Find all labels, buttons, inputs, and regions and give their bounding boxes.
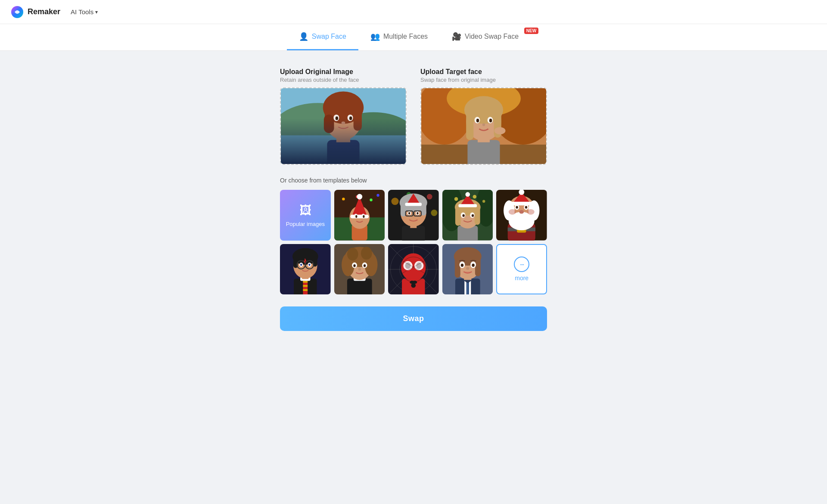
svg-point-8 xyxy=(323,91,364,124)
upload-original-sublabel: Retain areas outside of the face xyxy=(280,77,407,83)
popular-images-tile[interactable]: 🖼 Popular images xyxy=(280,190,331,241)
upload-target-sublabel: Swap face from original image xyxy=(420,77,547,83)
template-item-1[interactable] xyxy=(334,190,385,241)
svg-point-100 xyxy=(509,209,516,215)
svg-point-30 xyxy=(476,119,479,123)
svg-point-165 xyxy=(416,262,422,269)
svg-point-118 xyxy=(295,250,303,259)
upload-target-label: Upload Target face xyxy=(420,68,547,76)
svg-point-137 xyxy=(361,247,372,260)
templates-grid-row1: 🖼 Popular images xyxy=(280,190,547,241)
svg-rect-6 xyxy=(336,128,350,142)
templates-grid-row2: ··· more xyxy=(280,244,547,295)
target-image-preview xyxy=(421,88,546,164)
video-icon: 🎥 xyxy=(452,32,461,41)
svg-rect-174 xyxy=(455,257,460,278)
svg-rect-175 xyxy=(475,257,481,276)
svg-point-15 xyxy=(349,116,352,120)
svg-rect-11 xyxy=(324,114,334,133)
svg-point-48 xyxy=(363,215,364,218)
svg-point-36 xyxy=(342,198,345,200)
original-image-preview xyxy=(281,88,406,164)
svg-rect-109 xyxy=(303,281,308,282)
svg-point-180 xyxy=(466,267,469,269)
template-item-6[interactable] xyxy=(334,244,385,295)
svg-rect-22 xyxy=(467,140,500,164)
svg-rect-26 xyxy=(466,110,473,140)
more-templates-tile[interactable]: ··· more xyxy=(496,244,547,295)
svg-point-44 xyxy=(357,194,362,200)
svg-point-39 xyxy=(376,194,379,197)
svg-point-102 xyxy=(519,210,524,214)
template-item-2[interactable] xyxy=(388,190,439,241)
content-wrapper: Upload Original Image Retain areas outsi… xyxy=(280,68,547,331)
tab-swap-face[interactable]: 👤 Swap Face xyxy=(287,24,358,50)
svg-point-66 xyxy=(417,212,418,214)
header: Remaker AI Tools ▾ xyxy=(0,0,827,24)
svg-point-53 xyxy=(431,210,438,216)
svg-point-136 xyxy=(347,247,358,260)
svg-rect-111 xyxy=(303,289,308,291)
svg-point-101 xyxy=(527,209,535,215)
popular-images-icon: 🖼 xyxy=(299,203,311,217)
tab-multiple-faces[interactable]: 👥 Multiple Faces xyxy=(358,24,440,50)
svg-point-85 xyxy=(462,214,464,217)
template-item-7[interactable] xyxy=(388,244,439,295)
template-item-5[interactable] xyxy=(280,244,331,295)
svg-point-179 xyxy=(472,263,474,266)
svg-rect-104 xyxy=(511,202,532,206)
svg-point-38 xyxy=(370,198,372,201)
svg-point-32 xyxy=(482,124,485,126)
template-item-8[interactable] xyxy=(442,244,493,295)
swap-button[interactable]: Swap xyxy=(280,306,547,331)
tab-video-swap-face-label: Video Swap Face xyxy=(465,33,519,40)
tab-multiple-faces-label: Multiple Faces xyxy=(383,33,428,40)
svg-rect-5 xyxy=(327,140,359,164)
ai-tools-button[interactable]: AI Tools ▾ xyxy=(67,6,101,17)
upload-original-area[interactable] xyxy=(280,87,407,165)
popular-images-label: Popular images xyxy=(286,221,325,227)
template-item-3[interactable] xyxy=(442,190,493,241)
person-icon: 👤 xyxy=(299,32,308,41)
svg-rect-78 xyxy=(455,207,461,226)
svg-line-123 xyxy=(297,264,298,265)
more-label: more xyxy=(515,275,529,281)
svg-point-98 xyxy=(516,206,518,208)
svg-point-3 xyxy=(332,112,406,158)
svg-point-73 xyxy=(473,195,476,199)
multi-person-icon: 👥 xyxy=(370,32,380,41)
svg-point-126 xyxy=(300,263,302,266)
svg-point-16 xyxy=(342,121,345,124)
svg-point-127 xyxy=(308,263,310,266)
upload-row: Upload Original Image Retain areas outsi… xyxy=(280,68,547,165)
svg-point-82 xyxy=(465,192,470,197)
svg-rect-110 xyxy=(303,285,308,287)
svg-point-14 xyxy=(336,116,338,120)
svg-rect-10 xyxy=(354,108,362,131)
upload-original-label: Upload Original Image xyxy=(280,68,407,76)
svg-point-140 xyxy=(353,264,355,267)
main-content: Upload Original Image Retain areas outsi… xyxy=(0,51,827,348)
chevron-down-icon: ▾ xyxy=(95,9,98,15)
upload-target-area[interactable] xyxy=(420,87,547,165)
svg-point-164 xyxy=(405,262,411,269)
logo-area: Remaker xyxy=(10,5,60,19)
upload-original-column: Upload Original Image Retain areas outsi… xyxy=(280,68,407,165)
tabs-nav: 👤 Swap Face 👥 Multiple Faces 🎥 Video Swa… xyxy=(0,24,827,51)
svg-point-65 xyxy=(408,212,410,214)
logo-text: Remaker xyxy=(28,7,60,16)
svg-point-119 xyxy=(308,250,314,258)
ai-tools-label: AI Tools xyxy=(71,8,93,15)
svg-rect-81 xyxy=(458,204,477,207)
template-item-4[interactable] xyxy=(496,190,547,241)
svg-point-33 xyxy=(494,127,506,134)
svg-point-178 xyxy=(461,263,463,266)
logo-icon xyxy=(10,5,24,19)
svg-point-141 xyxy=(363,264,365,267)
new-badge: NEW xyxy=(524,28,538,34)
svg-point-142 xyxy=(358,268,361,270)
tab-video-swap-face[interactable]: 🎥 Video Swap Face NEW xyxy=(440,24,540,50)
svg-point-86 xyxy=(472,214,474,217)
svg-point-74 xyxy=(482,200,485,203)
svg-point-47 xyxy=(355,215,357,218)
